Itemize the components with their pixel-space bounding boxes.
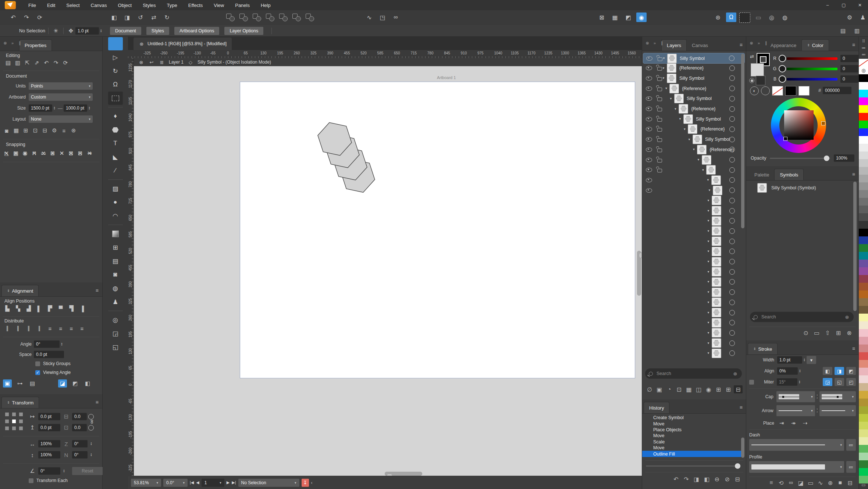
color-swatch[interactable]	[859, 206, 868, 213]
layer-row[interactable]: ▼	[643, 287, 745, 297]
layer-select-circle[interactable]	[729, 208, 735, 214]
layer-select-circle[interactable]	[729, 116, 735, 122]
menu-type[interactable]: Type	[161, 0, 183, 10]
layer-row[interactable]: ▼	[643, 257, 745, 267]
snap-target-icon[interactable]: ◎	[766, 13, 777, 22]
lock-icon[interactable]	[657, 77, 662, 81]
history-entry[interactable]: Create Symbol	[642, 415, 741, 421]
lock-icon[interactable]	[657, 169, 662, 172]
history-position-slider[interactable]	[646, 465, 740, 467]
snap-midpoint-off-icon[interactable]: ⊞	[48, 149, 57, 157]
panel-close-icon[interactable]: ⊗	[748, 39, 754, 47]
symbols-menu-icon[interactable]: ≡	[852, 171, 855, 177]
layer-row[interactable]: ▼	[643, 328, 745, 338]
expand-triangle-icon[interactable]: ▼	[669, 97, 672, 100]
fill-tool[interactable]: ◣	[108, 150, 123, 164]
place-mid-icon[interactable]: ↠	[789, 419, 798, 427]
anchor-x-input[interactable]: 0.0	[72, 413, 87, 420]
anchor-y-dial[interactable]	[88, 425, 94, 431]
layer-select-circle[interactable]	[729, 259, 735, 264]
snap-edge-off-icon[interactable]: ⇥	[85, 149, 94, 157]
canvas-viewport[interactable]: 1235117011051040975910845780715650585520…	[128, 58, 642, 476]
vector-brush-tool[interactable]: ∕	[108, 164, 123, 177]
menu-file[interactable]: File	[23, 0, 42, 10]
distribute-top-icon[interactable]: ≡	[46, 324, 54, 332]
shear-h-stepper[interactable]: ▴▾	[89, 442, 93, 446]
color-swatch[interactable]	[859, 468, 868, 476]
color-swatch[interactable]	[859, 167, 868, 175]
add-group-icon[interactable]: ⊞	[714, 385, 723, 393]
snap-lock-off-icon[interactable]: ⊓	[30, 149, 39, 157]
lock-icon[interactable]	[657, 149, 662, 152]
expand-triangle-icon[interactable]: ▼	[662, 57, 665, 60]
layer-select-circle[interactable]	[729, 167, 735, 173]
move-anchor-icon[interactable]: ✥	[67, 27, 75, 35]
scale-box-icon[interactable]: ◳	[377, 13, 388, 22]
color-swatch[interactable]	[859, 337, 868, 345]
wireframe-view-icon[interactable]: ⊠	[597, 13, 607, 22]
visibility-eye-icon[interactable]	[646, 188, 652, 193]
fill-layer-icon[interactable]: ⊡	[675, 385, 683, 393]
color-swatch[interactable]	[859, 437, 868, 445]
y-position-input[interactable]: 0.0 pt	[38, 424, 60, 431]
color-swatch[interactable]	[859, 321, 868, 329]
layer-row[interactable]: ▼	[643, 206, 745, 216]
color-swatch[interactable]	[859, 82, 868, 90]
layer-row[interactable]: ▼	[643, 196, 745, 206]
expand-triangle-icon[interactable]: ▼	[688, 138, 691, 141]
align-selection-icon[interactable]: ◪	[58, 379, 67, 388]
doc-gear-icon[interactable]: ⚙	[50, 126, 59, 135]
layer-row[interactable]: ▼	[643, 308, 745, 318]
expand-triangle-icon[interactable]: ▼	[707, 199, 710, 202]
force-pixel-alignment-icon[interactable]: ⊛	[713, 13, 723, 22]
expand-triangle-icon[interactable]: ▼	[707, 240, 710, 243]
size-height-input[interactable]: 1000.0 pt	[64, 104, 87, 112]
tab-transform[interactable]: ⇕Transform	[1, 397, 39, 408]
arrow-swap[interactable]: ›‹	[815, 408, 819, 414]
style-badge-icon[interactable]: ✳	[51, 27, 60, 35]
export-symbol-icon[interactable]: ⇧	[823, 329, 832, 337]
rotate-ccw-icon[interactable]: ↺	[135, 13, 146, 22]
layer-row[interactable]: ▼{Reference}	[643, 63, 745, 73]
snapshot-add-icon[interactable]: ◧	[702, 475, 711, 483]
duplicate-icon[interactable]: ⊟	[40, 126, 49, 135]
add-page-icon[interactable]: ⊞	[21, 126, 30, 135]
sync-check-icon[interactable]: ⊙	[801, 329, 810, 337]
color-swatch[interactable]	[859, 229, 868, 236]
visibility-eye-icon[interactable]	[646, 168, 652, 172]
expand-triangle-icon[interactable]: ▼	[683, 128, 686, 131]
undo-icon[interactable]: ↶	[8, 13, 18, 22]
hex-input[interactable]: 000000	[823, 87, 851, 94]
flip-vertical-icon[interactable]: ◨	[122, 13, 132, 22]
link-dimensions-icon[interactable]: ∞	[89, 420, 95, 424]
expand-triangle-icon[interactable]: ▼	[707, 331, 710, 335]
symbol-list-item[interactable]: Silly Symbol (Symbol)	[757, 183, 816, 193]
stroke-width-presets[interactable]: ▾	[807, 356, 816, 364]
delete-layer-icon[interactable]: ⊟	[734, 385, 743, 393]
align-center-h-icon[interactable]: ▚	[14, 304, 22, 313]
tab-palette[interactable]: Palette	[749, 169, 774, 180]
color-swatch[interactable]	[859, 74, 868, 82]
align-bounds-icon[interactable]: ▣	[3, 379, 12, 388]
layer-select-circle[interactable]	[729, 340, 735, 346]
printer-icon[interactable]: ▤	[839, 27, 847, 35]
history-menu-icon[interactable]: ≡	[740, 404, 743, 410]
resource-icon[interactable]: ⊛	[69, 126, 78, 135]
color-swatch[interactable]	[859, 406, 868, 414]
color-swatch[interactable]	[859, 290, 868, 298]
lock-icon[interactable]	[658, 57, 662, 61]
tab-canvas[interactable]: Canvas	[687, 40, 713, 51]
red-slider-track[interactable]	[787, 57, 837, 60]
color-swatch[interactable]	[859, 399, 868, 406]
layer-select-circle[interactable]	[729, 310, 735, 315]
menu-canvas[interactable]: Canvas	[85, 0, 113, 10]
color-swatch[interactable]	[859, 453, 868, 460]
color-swatch[interactable]	[859, 159, 868, 167]
expand-triangle-icon[interactable]: ▼	[707, 260, 710, 263]
no-color-circle-icon[interactable]	[761, 86, 770, 95]
color-swatch[interactable]	[859, 175, 868, 182]
expand-triangle-icon[interactable]: ▼	[707, 219, 710, 222]
blob-tool[interactable]: ●	[108, 196, 123, 209]
brick-pattern-tool[interactable]: ▤	[108, 254, 123, 268]
color-swatch[interactable]	[859, 59, 868, 67]
